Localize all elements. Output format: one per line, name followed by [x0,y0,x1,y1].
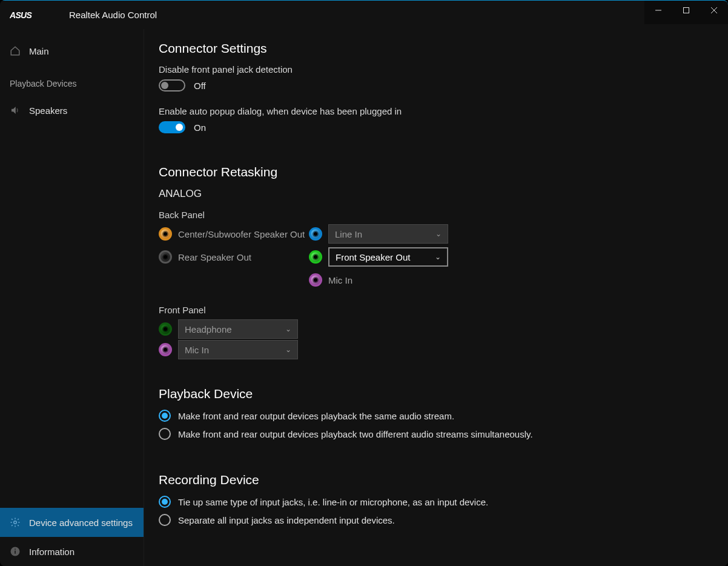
jack-rear-speaker: Rear Speaker Out [159,247,309,267]
jack-orange-icon [159,227,172,241]
radio-label: Tie up same type of input jacks, i.e. li… [178,497,488,507]
asus-logo: ASUS [10,10,52,20]
toggle-state-on: On [194,122,206,133]
label-back-panel: Back Panel [159,210,713,220]
speaker-icon [10,105,29,116]
combo-front-headphone[interactable]: Headphone ⌄ [178,319,298,339]
home-icon [10,45,29,56]
label-disable-front-jack: Disable front panel jack detection [159,64,713,75]
jack-label: Rear Speaker Out [178,252,251,262]
jack-front-speaker: Front Speaker Out ⌄ [309,247,459,267]
sidebar-item-device-advanced[interactable]: Device advanced settings [0,508,144,537]
label-analog: ANALOG [159,188,713,200]
svg-rect-7 [15,551,16,554]
jack-green-icon [309,250,322,264]
app-title: Realtek Audio Control [69,10,157,20]
radio-icon [159,410,171,422]
jack-blue-icon [309,227,322,241]
section-connector-retasking: Connector Retasking [159,165,713,179]
jack-pink-icon [309,273,322,287]
radio-icon [159,496,171,508]
svg-rect-2 [684,8,689,13]
toggle-state-off: Off [194,81,206,91]
close-button[interactable] [700,1,728,20]
jack-black-icon [159,250,172,264]
radio-label: Separate all input jacks as independent … [178,515,395,525]
chevron-down-icon: ⌄ [285,325,291,333]
gear-icon [10,517,29,528]
jack-label: Center/Subwoofer Speaker Out [178,229,305,239]
chevron-down-icon: ⌄ [435,230,442,238]
jack-pink-icon [159,343,172,356]
section-recording-device: Recording Device [159,473,713,487]
main-content: Connector Settings Disable front panel j… [144,29,728,566]
toggle-enable-auto-popup[interactable] [159,121,185,133]
combo-value: Line In [335,229,362,239]
radio-icon [159,514,171,526]
combo-value: Mic In [185,345,209,355]
titlebar: ASUS Realtek Audio Control [0,0,728,29]
combo-front-mic[interactable]: Mic In ⌄ [178,340,298,359]
radio-label: Make front and rear output devices playb… [178,429,533,439]
sidebar: Main Playback Devices Speakers Device ad… [0,29,144,566]
sidebar-item-main[interactable]: Main [0,36,144,65]
label-front-panel: Front Panel [159,305,713,315]
jack-line-in: Line In ⌄ [309,224,459,244]
combo-value: Headphone [185,324,232,335]
info-icon [10,546,29,557]
jack-green-dark-icon [159,322,172,336]
radio-recording-tieup[interactable]: Tie up same type of input jacks, i.e. li… [159,496,713,508]
toggle-disable-front-jack[interactable] [159,79,185,92]
combo-value: Front Speaker Out [336,252,410,262]
radio-recording-separate[interactable]: Separate all input jacks as independent … [159,514,713,526]
radio-playback-same[interactable]: Make front and rear output devices playb… [159,410,713,422]
sidebar-item-information[interactable]: Information [0,537,144,566]
sidebar-item-label: Main [29,46,49,56]
svg-rect-8 [15,549,16,550]
jack-mic-in-front: Mic In ⌄ [159,339,713,360]
radio-label: Make front and rear output devices playb… [178,411,454,421]
minimize-button[interactable] [644,1,672,20]
jack-headphone-front: Headphone ⌄ [159,319,713,339]
jack-center-sub: Center/Subwoofer Speaker Out [159,224,309,244]
svg-point-5 [14,521,17,524]
radio-icon [159,428,171,440]
sidebar-item-label: Speakers [29,105,67,116]
section-playback-device: Playback Device [159,387,713,401]
sidebar-item-label: Information [29,547,74,557]
label-enable-auto-popup: Enable auto popup dialog, when device ha… [159,106,713,116]
combo-line-in[interactable]: Line In ⌄ [328,224,448,244]
combo-front-speaker[interactable]: Front Speaker Out ⌄ [328,247,448,267]
jack-label: Mic In [328,275,352,285]
radio-playback-different[interactable]: Make front and rear output devices playb… [159,428,713,440]
jack-mic-in-back: Mic In [309,270,459,290]
chevron-down-icon: ⌄ [285,345,291,354]
sidebar-item-label: Device advanced settings [29,518,133,528]
sidebar-header-playback: Playback Devices [0,72,144,96]
window-controls [644,0,728,24]
sidebar-item-speakers[interactable]: Speakers [0,96,144,125]
maximize-button[interactable] [672,1,700,20]
svg-text:ASUS: ASUS [10,10,32,20]
section-connector-settings: Connector Settings [159,41,713,56]
chevron-down-icon: ⌄ [435,253,441,261]
